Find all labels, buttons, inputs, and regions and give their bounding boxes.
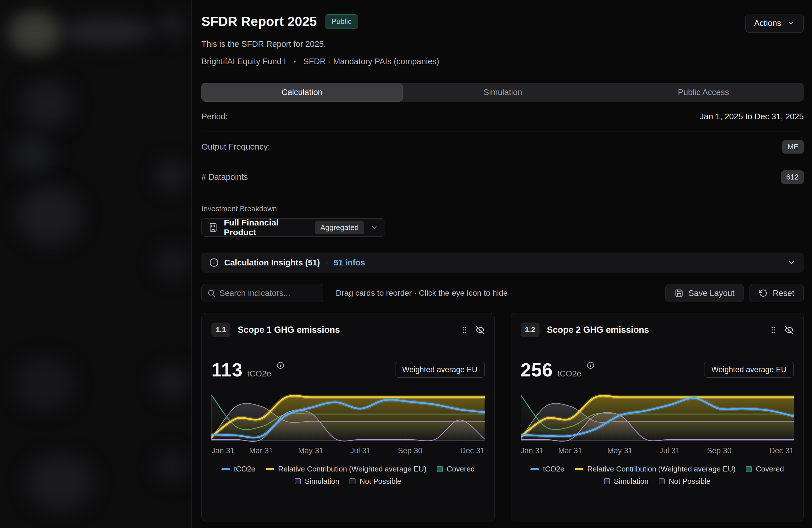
meta-row-period: Period: Jan 1, 2025 to Dec 31, 2025 [201,102,804,132]
legend-swatch-not-possible [349,478,356,484]
indicator-id-badge: 1.2 [521,323,539,337]
emissions-chart: Jan 31Mar 31May 31Jul 31Sep 30Dec 31 [521,393,794,458]
investment-breakdown-select[interactable]: Full Financial Product Aggregated [201,218,385,237]
actions-button[interactable]: Actions [745,14,804,32]
eye-off-icon [785,325,794,334]
x-axis-tick: Dec 31 [460,446,485,455]
indicator-value: 256 [521,359,553,381]
card-title: Scope 1 GHG emissions [238,325,340,335]
legend-label: Covered [447,465,475,473]
sidebar-blur-blob [158,13,184,39]
reorder-hint: Drag cards to reorder · Click the eye ic… [336,288,508,298]
building-icon [208,223,217,232]
datapoints-value: 612 [781,170,804,184]
legend-swatch-simulation [604,478,610,484]
calculation-insights-label: Calculation Insights (51) [224,258,320,268]
tab-calculation[interactable]: Calculation [201,83,403,102]
investment-breakdown-label: Investment Breakdown [201,204,804,213]
legend-label: Relative Contribution (Weighted average … [587,465,736,473]
drag-handle[interactable] [460,326,468,334]
tab-public-access[interactable]: Public Access [603,83,804,102]
search-icon [207,289,216,297]
tab-simulation[interactable]: Simulation [403,83,603,102]
insights-infos-link[interactable]: 51 infos [334,258,365,268]
x-axis-tick: Jul 31 [350,446,371,455]
chart-canvas [212,393,485,442]
x-axis-tick: May 31 [607,446,633,455]
legend-swatch-tco2e [221,468,230,470]
grip-icon [769,326,777,334]
breadcrumb-separator: • [294,58,296,66]
hide-card-button[interactable] [476,325,485,334]
search-indicators-input[interactable] [201,284,323,302]
x-axis-labels: Jan 31Mar 31May 31Jul 31Sep 30Dec 31 [521,446,794,458]
legend-swatch-covered [746,466,752,472]
period-label: Period: [201,112,228,121]
x-axis-tick: Jul 31 [659,446,680,455]
x-axis-tick: May 31 [298,446,323,455]
output-frequency-value: ME [782,140,804,154]
sidebar-blur-blob [11,134,54,174]
sidebar-blur-blob [20,80,74,128]
sidebar-blur-blob [156,245,190,280]
chart-legend: tCO2e Relative Contribution (Weighted av… [521,465,794,486]
rotate-ccw-icon [759,289,768,297]
calculation-insights-panel[interactable]: Calculation Insights (51) · 51 infos [201,253,804,273]
legend-label: Simulation [305,477,339,486]
info-icon [587,361,594,369]
chevron-down-icon [787,258,796,267]
investment-breakdown-mode-badge: Aggregated [315,221,364,234]
sidebar-blur-blob [60,17,154,46]
legend-swatch-covered [437,466,443,472]
breadcrumb: BrightifAI Equity Fund I • SFDR · Mandat… [201,57,439,66]
value-info-button[interactable] [277,361,284,370]
sidebar-column-divider [143,94,143,528]
indicator-unit: tCO2e [247,369,271,379]
eye-off-icon [476,325,485,334]
legend-label: Covered [756,465,784,473]
breadcrumb-fund: BrightifAI Equity Fund I [201,57,286,66]
card-scope2-ghg: 1.2 Scope 2 GHG emissions 256 tCO2e [511,313,804,522]
save-layout-label: Save Layout [688,288,735,298]
report-description: This is the SFDR Report for 2025. [201,39,439,49]
weighted-average-badge: Weighted average EU [704,362,794,377]
breadcrumb-report-type: SFDR · Mandatory PAIs (companies) [303,57,439,66]
legend-label: Relative Contribution (Weighted average … [278,465,426,473]
legend-swatch-relative-contribution [266,468,274,470]
main-content: SFDR Report 2025 Public This is the SFDR… [192,0,812,528]
datapoints-label: # Datapoints [201,172,248,182]
reset-label: Reset [773,288,794,298]
hide-card-button[interactable] [785,325,794,334]
value-info-button[interactable] [587,361,594,370]
chart-canvas [521,393,794,442]
sidebar-blur-blob [156,451,187,482]
emissions-chart: Jan 31Mar 31May 31Jul 31Sep 30Dec 31 [212,393,485,458]
chart-legend: tCO2e Relative Contribution (Weighted av… [212,465,485,486]
x-axis-tick: Sep 30 [398,446,423,455]
actions-button-label: Actions [754,18,781,28]
sidebar-blur-blob [156,160,187,191]
sidebar-blur-blob [14,357,74,411]
x-axis-tick: Mar 31 [249,446,273,455]
indicator-cards: 1.1 Scope 1 GHG emissions 113 tCO2e [201,313,804,522]
reset-button[interactable]: Reset [750,284,804,302]
tab-bar: Calculation Simulation Public Access [201,83,804,102]
status-badge: Public [325,14,358,29]
page-header: SFDR Report 2025 Public This is the SFDR… [201,14,804,66]
legend-swatch-simulation [295,478,301,484]
insights-separator: · [325,258,328,267]
indicator-id-badge: 1.1 [212,323,230,337]
legend-label: tCO2e [543,465,564,473]
legend-swatch-relative-contribution [575,468,583,470]
page-title: SFDR Report 2025 [201,14,317,29]
info-icon [209,258,219,267]
sidebar-blur-blob [17,186,83,245]
x-axis-tick: Dec 31 [769,446,794,455]
drag-handle[interactable] [769,326,777,334]
card-title: Scope 2 GHG emissions [547,325,649,335]
meta-row-datapoints: # Datapoints 612 [201,162,804,192]
save-layout-button[interactable]: Save Layout [665,284,744,302]
save-icon [675,289,683,297]
card-scope1-ghg: 1.1 Scope 1 GHG emissions 113 tCO2e [201,313,495,522]
weighted-average-badge: Weighted average EU [395,362,485,377]
